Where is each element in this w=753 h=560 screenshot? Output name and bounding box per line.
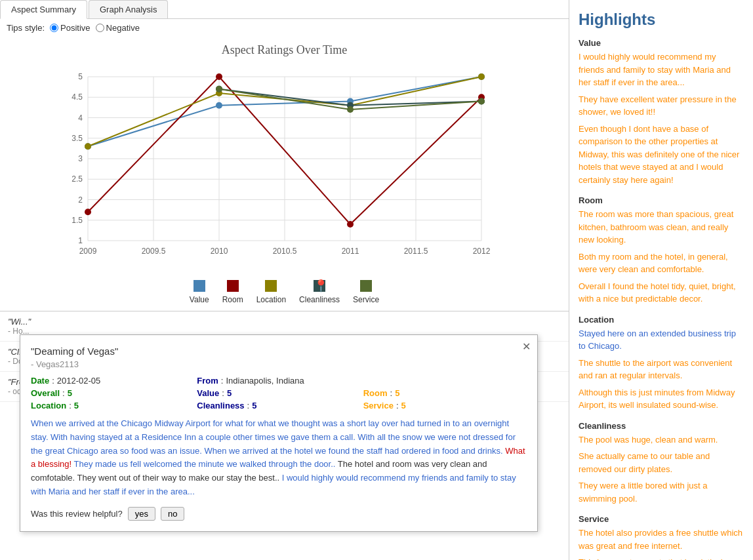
- tab-aspect-summary[interactable]: Aspect Summary: [0, 0, 87, 19]
- highlight-cleanliness-text-2: They were a little bored with just a swi…: [579, 479, 744, 505]
- room-dot-2009: [85, 209, 91, 215]
- value-label: Value: [197, 388, 219, 398]
- highlight-section-location: Location Stayed here on an extended busi…: [579, 315, 744, 412]
- legend-color-value: [193, 280, 205, 292]
- location-value: 5: [74, 401, 79, 410]
- service-dot-2011: [347, 106, 354, 113]
- overall-label: Overall: [31, 388, 60, 398]
- highlight-room-text-0: The room was more than spacious, great k…: [579, 208, 744, 247]
- cleanliness-label: Cleanliness: [197, 401, 244, 410]
- highlight-section-cleanliness: Cleanliness The pool was huge, clean and…: [579, 421, 744, 506]
- highlight-service-text-1: This is a great property that is relativ…: [579, 556, 744, 560]
- tips-negative-option[interactable]: Negative: [96, 23, 140, 33]
- svg-text:2011: 2011: [341, 247, 359, 256]
- legend-label-cleanliness: Cleanliness: [299, 295, 340, 304]
- chart-area: Aspect Ratings Over Time: [0, 37, 569, 311]
- svg-text:5: 5: [78, 72, 83, 81]
- tips-negative-radio[interactable]: [96, 24, 104, 32]
- legend-color-room: [227, 280, 239, 292]
- overall-value: 5: [68, 388, 72, 398]
- highlight-room-title: Room: [579, 195, 744, 205]
- room-dot-2011: [347, 221, 354, 228]
- svg-text:1.5: 1.5: [71, 216, 83, 225]
- svg-text:2009: 2009: [79, 247, 96, 256]
- highlight-service-text-0: The hotel also provides a free shuttle w…: [579, 527, 744, 552]
- location-dot-2012: [478, 73, 485, 80]
- room-label: Room: [363, 388, 388, 398]
- svg-text:2011.5: 2011.5: [403, 247, 428, 256]
- legend-label-location: Location: [256, 295, 286, 304]
- service-value: 5: [401, 401, 406, 410]
- legend-room: Room: [222, 280, 243, 304]
- svg-text:2.5: 2.5: [71, 174, 83, 184]
- highlights-panel: Highlights Value I would highly would re…: [569, 0, 753, 560]
- highlight-cleanliness-text-0: The pool was huge, clean and warm.: [579, 433, 744, 447]
- review-title-0: "Wi...": [8, 317, 561, 327]
- room-dot-2010: [216, 73, 222, 80]
- modal-body: When we arrived at the Chicago Midway Ai…: [31, 417, 527, 499]
- tab-graph-analysis[interactable]: Graph Analysis: [89, 0, 168, 18]
- tips-positive-option[interactable]: Positive: [50, 23, 91, 33]
- highlight-location-text-1: The shuttle to the airport was convenien…: [579, 357, 744, 382]
- modal-meta: Date: 2012-02-05 From: Indianapolis, Ind…: [31, 376, 527, 410]
- highlight-value-text-0: I would highly would recommend my friend…: [579, 50, 744, 89]
- location-dot-2009: [85, 143, 91, 150]
- helpful-yes-button[interactable]: yes: [128, 507, 155, 521]
- cleanliness-value: 5: [252, 401, 256, 410]
- tips-positive-label: Positive: [60, 23, 91, 33]
- legend-cleanliness: 📍 Cleanliness: [299, 280, 340, 304]
- svg-text:2010: 2010: [210, 247, 228, 256]
- from-value: Indianapolis, Indiana: [226, 376, 304, 386]
- svg-text:4: 4: [78, 113, 83, 123]
- legend-label-service: Service: [353, 295, 379, 304]
- value-dot-2010: [216, 102, 222, 109]
- highlight-room-text-2: Overall I found the hotel tidy, quiet, b…: [579, 280, 744, 306]
- modal-close-button[interactable]: ✕: [522, 340, 531, 353]
- helpful-row: Was this review helpful? yes no: [31, 507, 527, 521]
- highlight-room-text-1: Both my room and the hotel, in general, …: [579, 250, 744, 276]
- chart-legend: Value Room Location 📍 Cleanliness Servic…: [13, 280, 556, 304]
- highlights-title: Highlights: [579, 10, 744, 29]
- highlight-section-room: Room The room was more than spacious, gr…: [579, 195, 744, 306]
- review-modal: ✕ "Deaming of Vegas" - Vegas2113 Date: 2…: [20, 334, 538, 532]
- legend-color-service: [360, 280, 372, 292]
- legend-service: Service: [353, 280, 379, 304]
- svg-text:4.5: 4.5: [71, 92, 83, 102]
- highlight-service-title: Service: [579, 514, 744, 524]
- room-value: 5: [395, 388, 399, 398]
- highlight-section-service: Service The hotel also provides a free s…: [579, 514, 744, 560]
- highlight-location-text-0: Stayed here on an extended business trip…: [579, 327, 744, 353]
- date-label: Date: [31, 376, 49, 386]
- svg-text:2012: 2012: [472, 247, 490, 256]
- date-value: 2012-02-05: [57, 376, 101, 386]
- highlight-location-text-2: Although this is just minutes from Midwa…: [579, 386, 744, 412]
- location-label: Location: [31, 401, 66, 410]
- highlight-value-text-2: Even though I dont have a base of compar…: [579, 123, 744, 187]
- chart-title: Aspect Ratings Over Time: [13, 43, 556, 57]
- tips-style-label: Tips style:: [7, 23, 45, 33]
- legend-color-cleanliness: 📍: [314, 280, 325, 292]
- legend-label-value: Value: [190, 295, 209, 304]
- modal-author: - Vegas2113: [31, 359, 527, 369]
- svg-text:2: 2: [78, 195, 83, 205]
- tips-negative-label: Negative: [106, 23, 140, 33]
- svg-text:3: 3: [78, 154, 83, 163]
- helpful-no-button[interactable]: no: [161, 507, 184, 521]
- svg-text:1: 1: [78, 236, 83, 245]
- value-value: 5: [227, 388, 232, 398]
- from-label: From: [197, 376, 218, 386]
- svg-text:2010.5: 2010.5: [272, 247, 296, 256]
- highlight-section-value: Value I would highly would recommend my …: [579, 38, 744, 186]
- legend-value: Value: [190, 280, 209, 304]
- svg-text:2009.5: 2009.5: [141, 247, 165, 256]
- modal-title: "Deaming of Vegas": [31, 346, 527, 357]
- legend-color-location: [265, 280, 277, 292]
- legend-location: Location: [256, 280, 286, 304]
- body-text-blue: When we arrived at the Chicago Midway Ai…: [31, 418, 516, 456]
- service-dot-2012: [478, 98, 485, 105]
- highlight-value-title: Value: [579, 38, 744, 48]
- tips-positive-radio[interactable]: [50, 24, 58, 32]
- service-label: Service: [363, 401, 394, 410]
- svg-text:3.5: 3.5: [71, 134, 83, 143]
- highlight-location-title: Location: [579, 315, 744, 325]
